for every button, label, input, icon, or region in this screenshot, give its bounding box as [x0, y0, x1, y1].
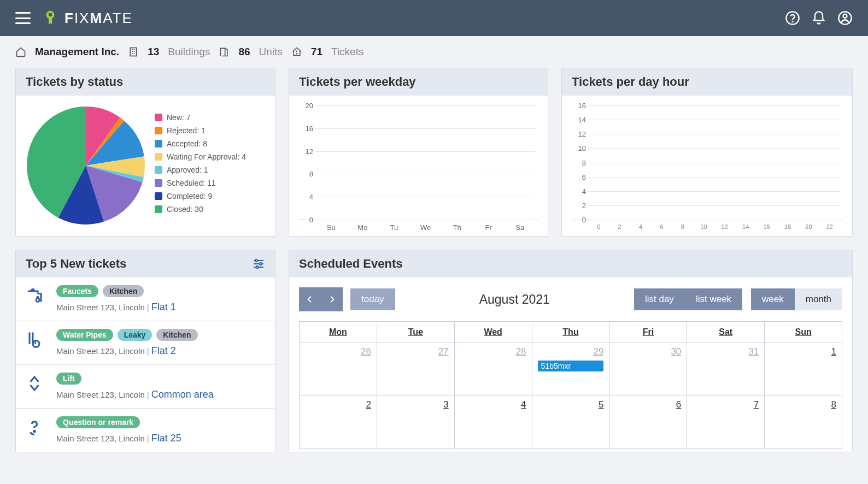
row-two: Top 5 New tickets FaucetsKitchen Main St… — [0, 237, 868, 452]
calendar-weekday[interactable]: Thu — [532, 322, 610, 343]
topbar-right — [785, 10, 853, 26]
calendar-cell[interactable]: 2 — [300, 396, 377, 448]
calendar-weekday[interactable]: Tue — [377, 322, 455, 343]
ticket-location: Main Street 123, Lincoln|Flat 25 — [56, 433, 266, 444]
x-tick: Fr — [473, 220, 505, 232]
filter-icon[interactable] — [252, 257, 265, 270]
calendar-date[interactable]: 29 — [594, 346, 604, 357]
calendar-cell[interactable]: 28 — [455, 343, 532, 396]
tag[interactable]: Kitchen — [103, 285, 144, 297]
top-bar: FIXMATE — [0, 0, 868, 36]
calendar-weekday[interactable]: Wed — [455, 322, 532, 343]
calendar-date[interactable]: 27 — [438, 346, 449, 357]
y-tick: 16 — [299, 124, 313, 132]
x-tick: Tu — [378, 220, 410, 232]
home-icon[interactable] — [15, 46, 26, 57]
tag[interactable]: Faucets — [56, 285, 98, 297]
calendar-cell[interactable]: 4 — [455, 396, 532, 448]
calendar-date[interactable]: 4 — [521, 399, 526, 410]
logo[interactable]: FIXMATE — [42, 9, 133, 27]
calendar-weekday[interactable]: Mon — [300, 322, 377, 343]
tickets-label: Tickets — [331, 46, 363, 58]
card-title: Tickets by status — [16, 68, 275, 96]
calendar-cell[interactable]: 2951b5mxr — [532, 343, 610, 396]
legend-item[interactable]: Rejected: 1 — [155, 126, 246, 135]
calendar-cell[interactable]: 30 — [609, 343, 687, 396]
charts-row: Tickets by status New: 7Rejected: 1Accep… — [0, 68, 868, 237]
month-button[interactable]: month — [795, 288, 842, 310]
legend-item[interactable]: New: 7 — [155, 113, 246, 122]
tag[interactable]: Question or remark — [56, 416, 140, 428]
y-tick: 14 — [572, 116, 586, 124]
bell-icon[interactable] — [811, 10, 826, 26]
legend-item[interactable]: Closed: 30 — [155, 205, 246, 214]
calendar-cell[interactable]: 3 — [377, 396, 455, 448]
list-day-button[interactable]: list day — [634, 288, 685, 310]
calendar-cell[interactable]: 8 — [765, 396, 842, 448]
user-icon[interactable] — [837, 10, 853, 26]
next-button[interactable] — [321, 287, 343, 311]
list-week-button[interactable]: list week — [685, 288, 742, 310]
calendar-date[interactable]: 7 — [754, 399, 759, 410]
legend-item[interactable]: Waiting For Approval: 4 — [155, 152, 246, 161]
calendar-date[interactable]: 1 — [831, 346, 836, 357]
calendar-cell[interactable]: 5 — [532, 396, 610, 448]
menu-icon[interactable] — [15, 12, 31, 24]
nav-arrows — [299, 287, 343, 311]
tag[interactable]: Leaky — [118, 329, 153, 341]
units-label: Units — [259, 46, 283, 58]
calendar-cell[interactable]: 26 — [300, 343, 377, 396]
calendar-cell[interactable]: 6 — [609, 396, 687, 448]
topbar-left: FIXMATE — [15, 9, 133, 27]
ticket-item[interactable]: Water PipesLeakyKitchen Main Street 123,… — [16, 321, 275, 364]
ticket-type-icon — [25, 329, 46, 352]
company-name[interactable]: Management Inc. — [35, 46, 119, 58]
calendar-date[interactable]: 28 — [516, 346, 526, 357]
ticket-item[interactable]: FaucetsKitchen Main Street 123, Lincoln|… — [16, 278, 275, 321]
card-title: Top 5 New tickets — [16, 250, 275, 278]
ticket-item[interactable]: Question or remark Main Street 123, Linc… — [16, 408, 275, 452]
calendar-date[interactable]: 26 — [361, 346, 371, 357]
legend-item[interactable]: Accepted: 8 — [155, 139, 246, 148]
help-icon[interactable] — [785, 10, 800, 26]
legend-item[interactable]: Scheduled: 11 — [155, 179, 246, 187]
x-tick: Sa — [504, 220, 536, 232]
tag[interactable]: Lift — [56, 373, 81, 385]
calendar-weekday[interactable]: Fri — [609, 322, 687, 343]
today-button[interactable]: today — [350, 288, 395, 310]
calendar-date[interactable]: 2 — [366, 399, 371, 410]
weekday-chart: 048121620 SuMoTuWeThFrSa — [289, 96, 548, 236]
tag[interactable]: Water Pipes — [56, 329, 113, 341]
svg-point-4 — [843, 14, 847, 18]
x-tick: 8 — [672, 220, 693, 230]
x-tick: We — [410, 220, 442, 232]
tag[interactable]: Kitchen — [156, 329, 197, 341]
calendar-cell[interactable]: 27 — [377, 343, 455, 396]
calendar-date[interactable]: 30 — [671, 346, 681, 357]
week-button[interactable]: week — [751, 288, 795, 310]
prev-button[interactable] — [299, 287, 321, 311]
calendar-cell[interactable]: 1 — [765, 343, 842, 396]
legend-item[interactable]: Completed: 9 — [155, 192, 246, 200]
calendar-date[interactable]: 5 — [599, 399, 603, 410]
x-tick: Th — [441, 220, 473, 232]
tickets-per-hour-card: Tickets per day hour 0246810121416 02468… — [561, 68, 853, 237]
calendar-cell[interactable]: 7 — [687, 396, 765, 448]
calendar-date[interactable]: 6 — [676, 399, 681, 410]
x-tick: 14 — [735, 220, 756, 230]
legend-item[interactable]: Approved: 1 — [155, 166, 246, 174]
pie-legend: New: 7Rejected: 1Accepted: 8Waiting For … — [155, 113, 246, 218]
x-tick: 2 — [609, 220, 630, 230]
calendar-cell[interactable]: 31 — [687, 343, 765, 396]
calendar-date[interactable]: 31 — [748, 346, 759, 357]
ticket-item[interactable]: Lift Main Street 123, Lincoln|Common are… — [16, 364, 275, 408]
door-icon — [219, 46, 230, 57]
calendar-event[interactable]: 51b5mxr — [538, 361, 604, 371]
calendar-weekday[interactable]: Sat — [687, 322, 765, 343]
card-title: Tickets per day hour — [562, 68, 852, 96]
tickets-by-status-card: Tickets by status New: 7Rejected: 1Accep… — [15, 68, 275, 237]
calendar-date[interactable]: 3 — [443, 399, 448, 410]
calendar-weekday[interactable]: Sun — [765, 322, 842, 343]
calendar-date[interactable]: 8 — [831, 399, 836, 410]
buildings-count: 13 — [148, 46, 159, 58]
